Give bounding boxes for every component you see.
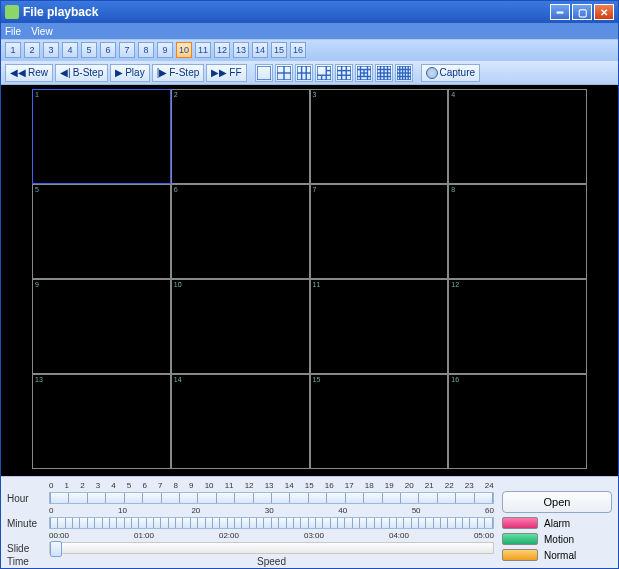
hour-tick-labels: 0123456789101112131415161718192021222324 <box>49 481 494 490</box>
channel-9-button[interactable]: 9 <box>157 42 173 58</box>
video-viewer: 12345678910111213141516 <box>1 85 618 476</box>
layout-4-button[interactable] <box>275 64 293 82</box>
legend-alarm: Alarm <box>502 517 612 529</box>
cell-label: 1 <box>35 91 39 98</box>
video-grid: 12345678910111213141516 <box>32 89 587 469</box>
alarm-swatch <box>502 517 538 529</box>
capture-button[interactable]: Capture <box>421 64 481 82</box>
cell-label: 4 <box>451 91 455 98</box>
rewind-button[interactable]: ◀◀Rew <box>5 64 53 82</box>
toolbar: ◀◀Rew ◀|B-Step ▶Play |▶F-Step ▶▶FF Captu… <box>1 61 618 85</box>
video-cell-15[interactable]: 15 <box>310 374 449 469</box>
hour-track[interactable] <box>49 492 494 504</box>
video-cell-13[interactable]: 13 <box>32 374 171 469</box>
slide-label: Slide <box>7 543 43 554</box>
open-button[interactable]: Open <box>502 491 612 513</box>
channel-4-button[interactable]: 4 <box>62 42 78 58</box>
maximize-button[interactable]: ▢ <box>572 4 592 20</box>
channel-6-button[interactable]: 6 <box>100 42 116 58</box>
channel-14-button[interactable]: 14 <box>252 42 268 58</box>
video-cell-3[interactable]: 3 <box>310 89 449 184</box>
cell-label: 9 <box>35 281 39 288</box>
video-cell-12[interactable]: 12 <box>448 279 587 374</box>
video-cell-8[interactable]: 8 <box>448 184 587 279</box>
channel-11-button[interactable]: 11 <box>195 42 211 58</box>
layout-16-button[interactable] <box>375 64 393 82</box>
file-playback-window: File playback ━ ▢ ✕ File View 1234567891… <box>0 0 619 569</box>
layout-9-button[interactable] <box>335 64 353 82</box>
channel-13-button[interactable]: 13 <box>233 42 249 58</box>
timestamp-labels: 00:0001:0002:0003:0004:0005:00 <box>49 531 494 540</box>
slide-track[interactable] <box>49 542 494 554</box>
layout-13-button[interactable] <box>355 64 373 82</box>
minute-label: Minute <box>7 518 43 529</box>
titlebar: File playback ━ ▢ ✕ <box>1 1 618 23</box>
channel-5-button[interactable]: 5 <box>81 42 97 58</box>
cell-label: 6 <box>174 186 178 193</box>
menu-view[interactable]: View <box>31 26 53 37</box>
slide-thumb[interactable] <box>50 541 62 557</box>
video-cell-10[interactable]: 10 <box>171 279 310 374</box>
close-button[interactable]: ✕ <box>594 4 614 20</box>
cell-label: 7 <box>313 186 317 193</box>
cell-label: 8 <box>451 186 455 193</box>
cell-label: 10 <box>174 281 182 288</box>
cell-label: 16 <box>451 376 459 383</box>
window-title: File playback <box>23 5 550 19</box>
cell-label: 15 <box>313 376 321 383</box>
layout-20-button[interactable] <box>395 64 413 82</box>
cell-label: 12 <box>451 281 459 288</box>
minimize-button[interactable]: ━ <box>550 4 570 20</box>
layout-1-button[interactable] <box>255 64 273 82</box>
timeline-panel: 0123456789101112131415161718192021222324… <box>1 476 618 568</box>
video-cell-7[interactable]: 7 <box>310 184 449 279</box>
video-cell-4[interactable]: 4 <box>448 89 587 184</box>
fast-forward-button[interactable]: ▶▶FF <box>206 64 246 82</box>
play-button[interactable]: ▶Play <box>110 64 149 82</box>
hour-label: Hour <box>7 493 43 504</box>
menu-bar: File View <box>1 23 618 39</box>
channel-strip: 12345678910111213141516 <box>1 39 618 61</box>
channel-3-button[interactable]: 3 <box>43 42 59 58</box>
cell-label: 14 <box>174 376 182 383</box>
speed-label: Speed <box>49 556 494 567</box>
cell-label: 5 <box>35 186 39 193</box>
video-cell-16[interactable]: 16 <box>448 374 587 469</box>
layout-8-button[interactable] <box>315 64 333 82</box>
video-cell-5[interactable]: 5 <box>32 184 171 279</box>
cell-label: 13 <box>35 376 43 383</box>
legend-normal: Normal <box>502 549 612 561</box>
channel-16-button[interactable]: 16 <box>290 42 306 58</box>
video-cell-1[interactable]: 1 <box>32 89 171 184</box>
video-cell-2[interactable]: 2 <box>171 89 310 184</box>
video-cell-9[interactable]: 9 <box>32 279 171 374</box>
time-label: Time <box>7 556 43 567</box>
video-cell-14[interactable]: 14 <box>171 374 310 469</box>
channel-1-button[interactable]: 1 <box>5 42 21 58</box>
menu-file[interactable]: File <box>5 26 21 37</box>
channel-2-button[interactable]: 2 <box>24 42 40 58</box>
svg-rect-8 <box>317 66 331 80</box>
channel-15-button[interactable]: 15 <box>271 42 287 58</box>
forward-step-button[interactable]: |▶F-Step <box>152 64 205 82</box>
layout-6-button[interactable] <box>295 64 313 82</box>
svg-rect-14 <box>337 66 351 80</box>
legend-motion: Motion <box>502 533 612 545</box>
cell-label: 2 <box>174 91 178 98</box>
channel-12-button[interactable]: 12 <box>214 42 230 58</box>
app-icon <box>5 5 19 19</box>
channel-8-button[interactable]: 8 <box>138 42 154 58</box>
motion-swatch <box>502 533 538 545</box>
back-step-button[interactable]: ◀|B-Step <box>55 64 108 82</box>
normal-swatch <box>502 549 538 561</box>
video-cell-6[interactable]: 6 <box>171 184 310 279</box>
cell-label: 3 <box>313 91 317 98</box>
channel-10-button[interactable]: 10 <box>176 42 192 58</box>
camera-icon <box>426 67 438 79</box>
minute-tick-labels: 0102030405060 <box>49 506 494 515</box>
svg-rect-0 <box>257 66 271 80</box>
video-cell-11[interactable]: 11 <box>310 279 449 374</box>
minute-track[interactable] <box>49 517 494 529</box>
channel-7-button[interactable]: 7 <box>119 42 135 58</box>
cell-label: 11 <box>313 281 321 288</box>
